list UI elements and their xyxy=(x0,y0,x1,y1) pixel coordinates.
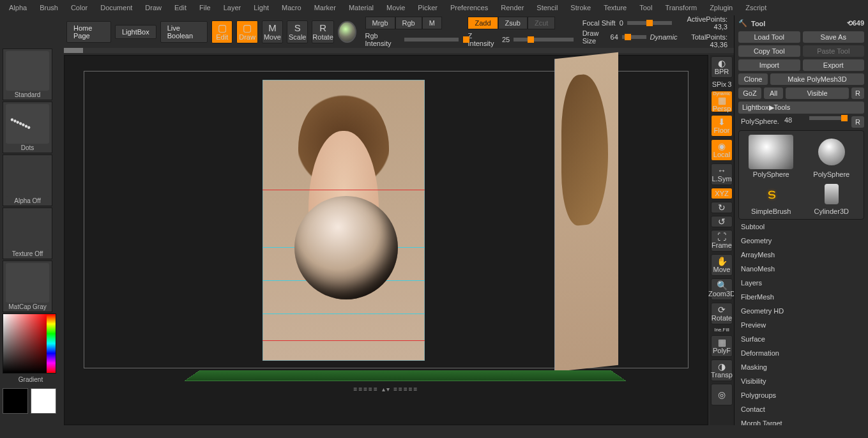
gradient-label[interactable]: Gradient xyxy=(3,375,59,384)
polysphere-mesh[interactable] xyxy=(294,196,398,299)
menu-transform[interactable]: Transform xyxy=(659,1,703,14)
import-button[interactable]: Import xyxy=(738,59,800,71)
edit-mode-button[interactable]: ▢Edit xyxy=(211,20,232,43)
active-tool-button[interactable]: PolySphere xyxy=(743,135,800,178)
menu-brush[interactable]: Brush xyxy=(33,1,65,14)
menu-edit[interactable]: Edit xyxy=(168,1,193,14)
inefill-label[interactable]: Ine.Fill xyxy=(711,327,733,333)
zsub-button[interactable]: Zsub xyxy=(498,17,528,29)
rotate-mode-button[interactable]: RRotate xyxy=(312,20,333,43)
menu-material[interactable]: Material xyxy=(342,1,380,14)
zadd-button[interactable]: Zadd xyxy=(468,17,498,29)
refresh-icon[interactable]: ⟲649 xyxy=(847,19,864,27)
transp-button[interactable]: ◑Transp xyxy=(711,359,733,381)
tool-category-fibermesh[interactable]: FiberMesh xyxy=(738,290,864,304)
floor-button[interactable]: ⬇Floor xyxy=(711,115,733,137)
pastetool-button[interactable]: Paste Tool xyxy=(803,45,865,57)
frame-button[interactable]: ⛶Frame xyxy=(711,230,733,252)
move-mode-button[interactable]: MMove xyxy=(262,20,283,43)
tool-category-geometry[interactable]: Geometry xyxy=(738,234,864,248)
draw-mode-button[interactable]: ▢Draw xyxy=(236,20,257,43)
menu-document[interactable]: Document xyxy=(94,1,139,14)
tool-category-visibility[interactable]: Visibility xyxy=(738,374,864,388)
polyf-button[interactable]: ▦PolyF xyxy=(711,335,733,357)
menu-movie[interactable]: Movie xyxy=(380,1,411,14)
tool-category-subtool[interactable]: Subtool xyxy=(738,220,864,234)
menu-color[interactable]: Color xyxy=(65,1,94,14)
menu-stroke[interactable]: Stroke xyxy=(564,1,597,14)
tool-category-polygroups[interactable]: Polygroups xyxy=(738,388,864,402)
orbit-ccw-button[interactable]: ↺ xyxy=(711,216,733,227)
menu-zplugin[interactable]: Zplugin xyxy=(703,1,739,14)
tool-category-surface[interactable]: Surface xyxy=(738,332,864,346)
bpr-button[interactable]: ◐BPR xyxy=(711,56,733,78)
tool-polysphere[interactable]: PolySphere xyxy=(803,135,860,178)
menu-preferences[interactable]: Preferences xyxy=(444,1,494,14)
goz-r-button[interactable]: R xyxy=(851,87,864,99)
tool-category-preview[interactable]: Preview xyxy=(738,318,864,332)
mrgb-button[interactable]: Mrgb xyxy=(365,17,395,29)
tool-category-layers[interactable]: Layers xyxy=(738,276,864,290)
swatch-black[interactable] xyxy=(3,388,28,414)
goz-visible-button[interactable]: Visible xyxy=(786,87,849,99)
texture-thumb[interactable]: Texture Off xyxy=(3,208,52,259)
export-button[interactable]: Export xyxy=(803,59,865,71)
menu-marker[interactable]: Marker xyxy=(308,1,342,14)
toolcount-r-button[interactable]: R xyxy=(851,116,864,128)
h-scrollbar[interactable] xyxy=(64,48,734,53)
spix-label[interactable]: SPix xyxy=(712,80,727,88)
canvas-move-button[interactable]: ✋Move xyxy=(711,254,733,276)
lightbox-button[interactable]: LightBox xyxy=(115,25,156,39)
color-picker[interactable] xyxy=(3,313,56,374)
loadtool-button[interactable]: Load Tool xyxy=(738,31,800,43)
local-button[interactable]: ◉Local xyxy=(711,139,733,161)
menu-picker[interactable]: Picker xyxy=(411,1,444,14)
dynamic-label[interactable]: Dynamic xyxy=(650,33,678,41)
viewport-canvas[interactable]: ≡≡≡≡≡ ▴▾ ≡≡≡≡≡ xyxy=(64,55,708,425)
tool-category-morph-target[interactable]: Morph Target xyxy=(738,416,864,425)
menu-texture[interactable]: Texture xyxy=(597,1,633,14)
orbit-cw-button[interactable]: ↻ xyxy=(711,202,733,213)
clone-button[interactable]: Clone xyxy=(738,73,768,85)
menu-file[interactable]: File xyxy=(193,1,217,14)
swatch-white[interactable] xyxy=(31,388,56,414)
xyz-button[interactable]: XYZ xyxy=(711,188,733,199)
rgbintensity-slider[interactable] xyxy=(404,38,459,42)
tool-category-contact[interactable]: Contact xyxy=(738,402,864,416)
tool-category-arraymesh[interactable]: ArrayMesh xyxy=(738,248,864,262)
canvas-rotate-button[interactable]: ⟳Rotate xyxy=(711,303,733,324)
liveboolean-button[interactable]: Live Boolean xyxy=(160,21,208,43)
tool-category-deformation[interactable]: Deformation xyxy=(738,346,864,360)
toolcount-slider[interactable] xyxy=(809,116,846,120)
menu-alpha[interactable]: Alpha xyxy=(3,1,33,14)
tool-category-nanomesh[interactable]: NanoMesh xyxy=(738,262,864,276)
goz-button[interactable]: GoZ xyxy=(738,87,761,99)
m-button[interactable]: M xyxy=(422,17,442,29)
brush-thumb[interactable]: Standard xyxy=(3,49,52,100)
lsym-button[interactable]: ↔L.Sym xyxy=(711,163,733,185)
scale-mode-button[interactable]: SScale xyxy=(287,20,308,43)
zoom3d-button[interactable]: 🔍Zoom3D xyxy=(711,278,733,300)
menu-light[interactable]: Light xyxy=(247,1,275,14)
tool-category-masking[interactable]: Masking xyxy=(738,360,864,374)
menu-stencil[interactable]: Stencil xyxy=(530,1,564,14)
focalshift-slider[interactable] xyxy=(627,21,672,25)
homepage-button[interactable]: Home Page xyxy=(66,21,111,43)
menu-render[interactable]: Render xyxy=(494,1,530,14)
goz-all-button[interactable]: All xyxy=(764,87,783,99)
menu-layer[interactable]: Layer xyxy=(217,1,248,14)
zintensity-slider[interactable] xyxy=(514,38,574,42)
zcut-button[interactable]: Zcut xyxy=(528,17,555,29)
tool-cylinder3d[interactable]: Cylinder3D xyxy=(803,182,860,215)
menu-tool[interactable]: Tool xyxy=(633,1,659,14)
stroke-thumb[interactable]: Dots xyxy=(3,102,52,153)
alpha-thumb[interactable]: Alpha Off xyxy=(3,155,52,206)
lightbox-tools-button[interactable]: Lightbox▶Tools xyxy=(738,102,864,114)
menu-zscript[interactable]: Zscript xyxy=(739,1,773,14)
drawsize-slider[interactable] xyxy=(622,35,646,39)
tool-category-geometry-hd[interactable]: Geometry HD xyxy=(738,304,864,318)
canvas-resize-handle[interactable]: ≡≡≡≡≡ ▴▾ ≡≡≡≡≡ xyxy=(354,386,419,393)
material-thumb[interactable]: MatCap Gray xyxy=(3,261,52,312)
rgb-button[interactable]: Rgb xyxy=(395,17,422,29)
matcap-preview[interactable] xyxy=(338,21,356,43)
